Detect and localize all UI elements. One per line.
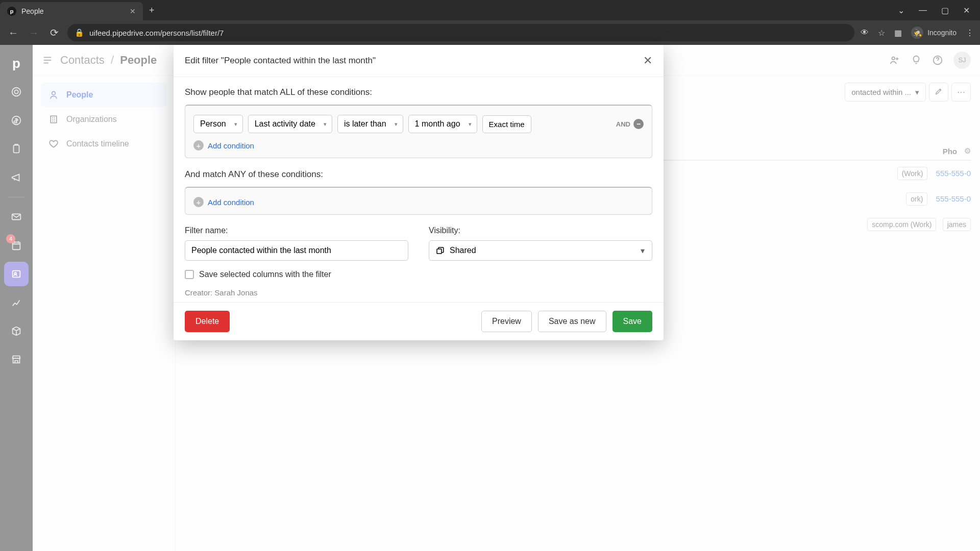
maximize-icon[interactable]: ▢ (941, 6, 949, 15)
tab-title: People (21, 7, 44, 15)
visibility-label: Visibility: (429, 226, 652, 235)
delete-button[interactable]: Delete (185, 311, 230, 332)
tab-search-icon[interactable]: ⌄ (898, 6, 904, 15)
back-button[interactable]: ← (6, 27, 20, 39)
value-select[interactable]: 1 month ago (408, 115, 477, 133)
exact-time-button[interactable]: Exact time (482, 115, 531, 133)
window-controls: ⌄ — ▢ ✕ (898, 6, 980, 15)
incognito-icon: 🕵 (911, 27, 923, 39)
filter-name-label: Filter name: (185, 226, 408, 235)
operator-select[interactable]: is later than (337, 115, 403, 133)
condition-logic: AND − (616, 119, 644, 129)
close-window-icon[interactable]: ✕ (963, 6, 970, 15)
any-conditions-label: And match ANY of these conditions: (185, 169, 652, 180)
lock-icon: 🔒 (75, 28, 84, 37)
browser-toolbar: ← → ⟳ 🔒 uifeed.pipedrive.com/persons/lis… (0, 20, 980, 45)
eye-off-icon[interactable]: 👁 (861, 28, 869, 37)
browser-menu-icon[interactable]: ⋮ (966, 28, 974, 38)
forward-button[interactable]: → (27, 27, 41, 39)
visibility-select[interactable]: Shared (429, 240, 652, 261)
add-condition-label: Add condition (208, 198, 254, 207)
browser-tab-strip: p People ✕ + ⌄ — ▢ ✕ (0, 0, 980, 20)
and-label: AND (616, 120, 630, 128)
save-columns-label: Save selected columns with the filter (199, 270, 331, 279)
all-conditions-label: Show people that match ALL of these cond… (185, 87, 652, 97)
save-as-new-button[interactable]: Save as new (538, 311, 606, 332)
remove-condition-icon[interactable]: − (633, 119, 644, 129)
preview-button[interactable]: Preview (481, 311, 532, 332)
modal-footer: Delete Preview Save as new Save (174, 302, 664, 340)
tab-favicon: p (7, 7, 16, 16)
creator-label: Creator: Sarah Jonas (185, 288, 652, 297)
bookmark-icon[interactable]: ☆ (878, 28, 885, 38)
new-tab-button[interactable]: + (149, 5, 155, 16)
save-columns-row[interactable]: Save selected columns with the filter (185, 270, 652, 279)
url-text: uifeed.pipedrive.com/persons/list/filter… (89, 29, 224, 37)
plus-icon: + (193, 140, 204, 151)
modal-title: Edit filter "People contacted within the… (185, 56, 376, 66)
browser-tab[interactable]: p People ✕ (0, 2, 143, 20)
modal-header: Edit filter "People contacted within the… (174, 45, 664, 77)
add-condition-all[interactable]: + Add condition (193, 140, 644, 151)
save-button[interactable]: Save (612, 311, 652, 332)
minimize-icon[interactable]: — (919, 6, 927, 15)
reload-button[interactable]: ⟳ (47, 27, 61, 39)
extensions-icon[interactable]: ▦ (894, 28, 902, 38)
close-tab-icon[interactable]: ✕ (130, 7, 136, 15)
save-columns-checkbox[interactable] (185, 270, 194, 279)
condition-row: Person Last activity date is later than … (193, 115, 644, 133)
incognito-label: Incognito (927, 29, 957, 37)
field-select[interactable]: Last activity date (248, 115, 332, 133)
plus-icon: + (193, 197, 204, 207)
close-icon[interactable]: ✕ (643, 54, 652, 67)
entity-select[interactable]: Person (193, 115, 243, 133)
visibility-value: Shared (450, 246, 476, 255)
share-icon (435, 246, 445, 255)
any-conditions-box: + Add condition (185, 187, 652, 215)
add-condition-label: Add condition (208, 141, 254, 150)
filter-name-input[interactable] (185, 240, 408, 261)
svg-rect-12 (437, 249, 442, 254)
address-bar[interactable]: 🔒 uifeed.pipedrive.com/persons/list/filt… (67, 24, 854, 41)
add-condition-any[interactable]: + Add condition (193, 197, 644, 207)
all-conditions-box: Person Last activity date is later than … (185, 105, 652, 158)
incognito-indicator: 🕵 Incognito (911, 27, 957, 39)
edit-filter-modal: Edit filter "People contacted within the… (174, 45, 664, 340)
